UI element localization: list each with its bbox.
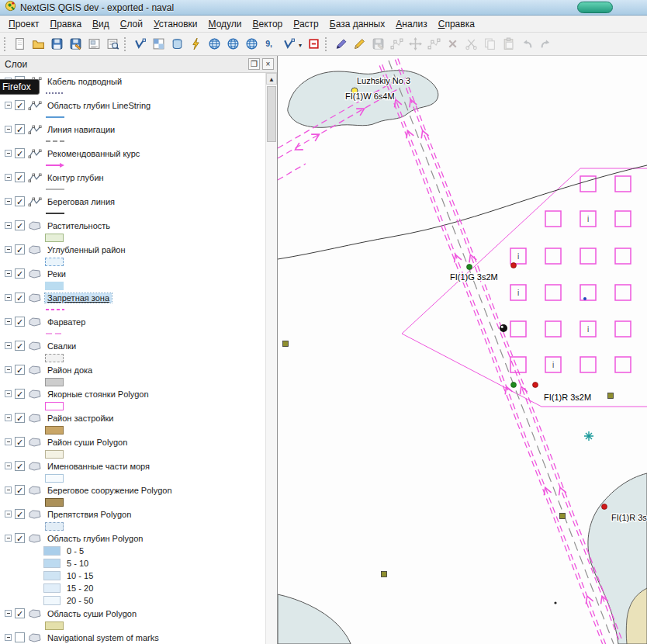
expander-icon[interactable] <box>5 511 12 518</box>
layer-checkbox[interactable]: ✓ <box>15 389 25 399</box>
layer-checkbox[interactable]: ✓ <box>15 196 25 206</box>
layer-checkbox[interactable]: ✓ <box>15 608 25 618</box>
add-vector-layer-icon[interactable] <box>130 35 149 54</box>
expander-icon[interactable] <box>5 198 12 205</box>
layer-row[interactable]: ✓Район суши Polygon <box>0 435 265 448</box>
toolbar-drag-handle[interactable] <box>124 37 128 51</box>
layer-checkbox[interactable]: ✓ <box>15 509 25 519</box>
expander-icon[interactable] <box>5 462 12 469</box>
open-project-icon[interactable] <box>29 35 47 54</box>
expander-icon[interactable] <box>5 318 12 325</box>
menu-item[interactable]: Справка <box>433 17 480 31</box>
layer-checkbox[interactable]: ✓ <box>15 365 25 375</box>
expander-icon[interactable] <box>5 126 12 133</box>
expander-icon[interactable] <box>5 610 12 617</box>
layer-row[interactable]: ✓Фарватер <box>0 315 265 328</box>
expander-icon[interactable] <box>5 294 12 301</box>
layer-checkbox[interactable]: ✓ <box>15 172 25 182</box>
new-print-composer-icon[interactable] <box>85 35 103 54</box>
save-project-as-icon[interactable] <box>66 35 85 54</box>
layers-scrollbar[interactable]: ▲ <box>265 73 277 644</box>
expander-icon[interactable] <box>5 246 12 253</box>
composer-manager-icon[interactable] <box>103 35 122 54</box>
add-wms-layer-icon[interactable] <box>205 35 223 54</box>
layer-row[interactable]: ✓Углубленный район <box>0 243 265 256</box>
add-delimited-text-layer-icon[interactable]: 9, <box>261 35 279 54</box>
layer-checkbox[interactable]: ✓ <box>15 244 25 254</box>
toggle-editing-icon[interactable] <box>350 35 368 54</box>
map-canvas[interactable]: iiiii <box>278 56 647 644</box>
layer-checkbox[interactable]: ✓ <box>15 148 25 158</box>
remove-layer-icon[interactable] <box>304 35 323 54</box>
new-project-icon[interactable] <box>10 35 29 54</box>
layer-checkbox[interactable]: ✓ <box>15 485 25 495</box>
current-edits-icon[interactable] <box>331 35 350 54</box>
expander-icon[interactable] <box>5 270 12 277</box>
layer-checkbox[interactable] <box>15 632 25 642</box>
menu-item[interactable]: Установки <box>148 17 203 31</box>
layer-checkbox[interactable]: ✓ <box>15 413 25 423</box>
layer-row[interactable]: ✓Реки <box>0 267 265 280</box>
add-wfs-layer-icon[interactable] <box>242 35 261 54</box>
layer-checkbox[interactable]: ✓ <box>15 461 25 471</box>
layer-row[interactable]: ✓Область глубин LineString <box>0 99 265 112</box>
menu-item[interactable]: База данных <box>324 17 390 31</box>
toolbar-drag-handle[interactable] <box>4 37 8 51</box>
menu-item[interactable]: Анализ <box>390 17 433 31</box>
layer-row[interactable]: ✓Линия навигации <box>0 123 265 136</box>
layer-checkbox[interactable]: ✓ <box>15 220 25 230</box>
scrollbar-thumb[interactable] <box>267 86 276 142</box>
layer-checkbox[interactable]: ✓ <box>15 437 25 447</box>
menu-item[interactable]: Вектор <box>247 17 289 31</box>
add-spatialite-layer-icon[interactable] <box>186 35 205 54</box>
new-shapefile-layer-icon[interactable]: ▾ <box>279 35 298 54</box>
layer-row[interactable]: ✓Береговая линия <box>0 195 265 208</box>
layer-checkbox[interactable]: ✓ <box>15 533 25 543</box>
layer-checkbox[interactable]: ✓ <box>15 268 25 279</box>
layer-checkbox[interactable]: ✓ <box>15 317 25 327</box>
expander-icon[interactable] <box>5 414 12 421</box>
expander-icon[interactable] <box>5 535 12 542</box>
save-project-icon[interactable] <box>47 35 66 54</box>
expander-icon[interactable] <box>5 390 12 397</box>
layer-row[interactable]: ✓Область суши Polygon <box>0 607 265 620</box>
layer-row[interactable]: ✓Контур глубин <box>0 171 265 184</box>
layer-row[interactable]: ✓Кабель подводный <box>0 74 265 88</box>
layer-row[interactable]: ✓Запретная зона <box>0 291 265 304</box>
panel-close-button[interactable]: × <box>262 58 274 70</box>
layer-row[interactable]: ✓Растительность <box>0 219 265 232</box>
layer-row[interactable]: ✓Рекомендованный курс <box>0 147 265 160</box>
menu-item[interactable]: Правка <box>45 17 88 31</box>
toolbar-drag-handle[interactable] <box>325 37 329 51</box>
expander-icon[interactable] <box>5 486 12 493</box>
layer-row[interactable]: ✓Якорные стоянки Polygon <box>0 387 265 400</box>
expander-icon[interactable] <box>5 222 12 229</box>
expander-icon[interactable] <box>5 102 12 109</box>
panel-float-button[interactable]: ❐ <box>248 58 260 70</box>
expander-icon[interactable] <box>5 174 12 181</box>
add-raster-layer-icon[interactable] <box>149 35 168 54</box>
layer-checkbox[interactable]: ✓ <box>15 293 25 303</box>
add-postgis-layer-icon[interactable] <box>168 35 186 54</box>
expander-icon[interactable] <box>5 438 12 445</box>
layer-checkbox[interactable]: ✓ <box>15 124 25 134</box>
expander-icon[interactable] <box>5 366 12 373</box>
layer-row[interactable]: ✓Район застройки <box>0 411 265 424</box>
layer-row[interactable]: ✓Свалки <box>0 339 265 352</box>
menu-item[interactable]: Слой <box>115 17 148 31</box>
expander-icon[interactable] <box>5 150 12 157</box>
layer-checkbox[interactable]: ✓ <box>15 100 25 110</box>
menu-item[interactable]: Вид <box>87 17 115 31</box>
menu-item[interactable]: Растр <box>288 17 324 31</box>
layer-row[interactable]: ✓Район дока <box>0 363 265 376</box>
layer-checkbox[interactable]: ✓ <box>15 341 25 351</box>
add-wcs-layer-icon[interactable] <box>223 35 242 54</box>
expander-icon[interactable] <box>5 634 12 641</box>
expander-icon[interactable] <box>5 342 12 349</box>
menu-item[interactable]: Проект <box>3 17 45 31</box>
layer-row[interactable]: Navigational system of marks <box>0 631 265 644</box>
layer-row[interactable]: ✓Именованные части моря <box>0 459 265 473</box>
layer-row[interactable]: ✓Береговое сооружение Polygon <box>0 483 265 497</box>
title-bar[interactable]: NextGIS QGIS dev - exported - naval <box>0 0 647 16</box>
menu-item[interactable]: Модули <box>203 17 247 31</box>
